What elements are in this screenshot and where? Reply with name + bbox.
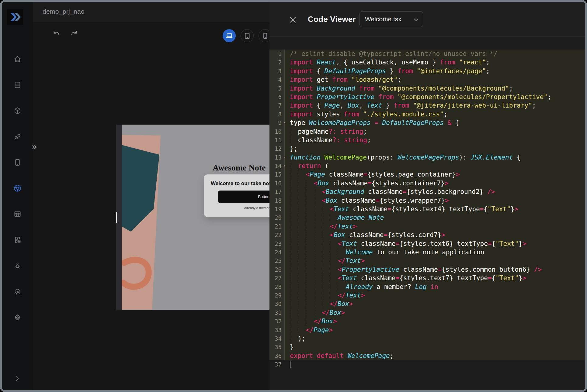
code-line: 25 </Text> (269, 256, 585, 265)
code-line: 24 Welcome to our take note application (269, 248, 585, 256)
code-line: 12}; (269, 144, 585, 153)
code-line: 27 <Text className={styles.text7} textTy… (269, 274, 585, 282)
sidebar-item-home[interactable] (9, 51, 26, 67)
sidebar-item-translate[interactable] (9, 232, 26, 248)
code-line: 10 pageName?: string; (269, 127, 585, 136)
line-number: 37 (269, 360, 285, 369)
mobile-icon (13, 158, 22, 167)
chevron-right-icon (14, 375, 21, 382)
sidebar (2, 2, 33, 390)
selected-file-name: Welcome.tsx (365, 15, 401, 23)
preview-scrollbar-track (116, 125, 122, 310)
fold-toggle-icon[interactable]: ▾ (283, 162, 286, 170)
line-number: 22 (269, 231, 285, 239)
line-number: 3 (269, 67, 285, 75)
app-logo[interactable] (7, 9, 23, 25)
line-number: 20 (269, 213, 285, 222)
code-line: 22 <Box className={styles.card7}> (269, 231, 585, 239)
fold-toggle-icon[interactable]: ▾ (283, 119, 286, 127)
preview-card-heading: Welcome to our take note application (211, 181, 269, 187)
line-number: 14▾ (269, 162, 285, 170)
line-number: 11 (269, 136, 285, 144)
line-number: 12 (269, 144, 285, 153)
settings-icon (13, 314, 22, 322)
undo-icon (52, 30, 61, 38)
code-line: 23 <Text className={styles.text6} textTy… (269, 239, 585, 248)
line-number: 34 (269, 334, 285, 343)
sidebar-item-preview-chrome[interactable] (9, 180, 26, 197)
line-number: 32 (269, 317, 285, 325)
app-window: demo_prj_nao » (0, 0, 587, 392)
line-number: 33 (269, 326, 285, 334)
sidebar-item-settings[interactable] (9, 309, 26, 326)
line-number: 8 (269, 110, 285, 119)
line-number: 36 (269, 352, 285, 360)
undo-button[interactable] (51, 29, 61, 39)
preview-button[interactable]: Button (218, 191, 269, 203)
line-number: 28 (269, 283, 285, 291)
device-tablet-button[interactable] (241, 29, 254, 42)
line-number: 31 (269, 308, 285, 317)
line-number: 30 (269, 300, 285, 308)
line-number: 19 (269, 205, 285, 213)
molecule-icon (13, 262, 22, 270)
code-line: 19 <Text className={styles.text4} textTy… (269, 205, 585, 213)
line-number: 16 (269, 179, 285, 187)
page-preview: Awesome Note Welcome to our take note ap… (116, 125, 269, 310)
code-viewer-panel: Code Viewer Welcome.tsx 1/* eslint-disab… (269, 2, 585, 390)
mobile-icon (262, 32, 269, 40)
sidebar-expand-button[interactable] (9, 373, 26, 385)
line-number: 35 (269, 343, 285, 351)
line-number: 24 (269, 248, 285, 256)
code-editor[interactable]: 1/* eslint-disable @typescript-eslint/no… (269, 50, 585, 369)
code-line: 8import styles from "./styles.module.css… (269, 110, 585, 119)
close-button[interactable] (288, 15, 297, 24)
code-line: 28 Already a member? Log in (269, 283, 585, 291)
fold-toggle-icon[interactable]: ▾ (283, 153, 286, 162)
line-number: 1 (269, 50, 285, 58)
sidebar-item-database[interactable] (9, 77, 26, 93)
line-number: 27 (269, 274, 285, 282)
preview-content: Awesome Note Welcome to our take note ap… (122, 125, 269, 310)
code-line: 11 className?: string; (269, 136, 585, 144)
code-line: 37 (269, 360, 585, 369)
preview-background-art (122, 125, 164, 310)
preview-scrollbar-thumb[interactable] (116, 212, 117, 223)
code-line: 3import { DefaultPageProps } from "@inte… (269, 67, 585, 75)
code-line: 29 </Text> (269, 291, 585, 300)
line-number: 26 (269, 265, 285, 274)
sidebar-item-components[interactable] (9, 102, 26, 119)
chevron-down-icon (414, 18, 419, 21)
device-desktop-button[interactable] (223, 29, 236, 42)
code-line: 1/* eslint-disable @typescript-eslint/no… (269, 50, 585, 58)
code-line: 35} (269, 343, 585, 351)
code-line: 13▾function WelcomePage(props: WelcomePa… (269, 153, 585, 162)
panel-expand-handle[interactable]: » (32, 142, 37, 151)
sidebar-item-plug[interactable] (9, 128, 26, 145)
code-line: 18 <Box className={styles.wrapper7}> (269, 196, 585, 205)
canvas-area: demo_prj_nao » (33, 2, 269, 390)
code-line: 30 </Box> (269, 300, 585, 308)
translate-icon (13, 236, 22, 244)
line-number: 2 (269, 58, 285, 67)
tablet-icon (244, 32, 251, 40)
text-cursor (290, 361, 290, 368)
plug-icon (13, 132, 22, 141)
code-line: 21 </Text> (269, 222, 585, 231)
home-icon (13, 55, 22, 63)
redo-button[interactable] (69, 29, 79, 39)
code-line: 15 <Page className={styles.page_containe… (269, 170, 585, 179)
table-icon (13, 210, 22, 218)
code-line: 4import get from "lodash/get"; (269, 75, 585, 84)
sidebar-item-table[interactable] (9, 206, 26, 222)
code-line: 6import Property1active from "@component… (269, 93, 585, 101)
line-number: 10 (269, 127, 285, 136)
preview-footer-text: Already a member? Log in (218, 206, 269, 210)
line-number: 13▾ (269, 153, 285, 162)
sidebar-item-mobile[interactable] (9, 154, 26, 170)
sidebar-item-molecule[interactable] (9, 258, 26, 274)
file-selector-dropdown[interactable]: Welcome.tsx (359, 11, 423, 27)
sidebar-item-users[interactable] (9, 284, 26, 300)
code-viewer-header: Code Viewer Welcome.tsx (269, 2, 585, 36)
project-title: demo_prj_nao (43, 8, 85, 15)
